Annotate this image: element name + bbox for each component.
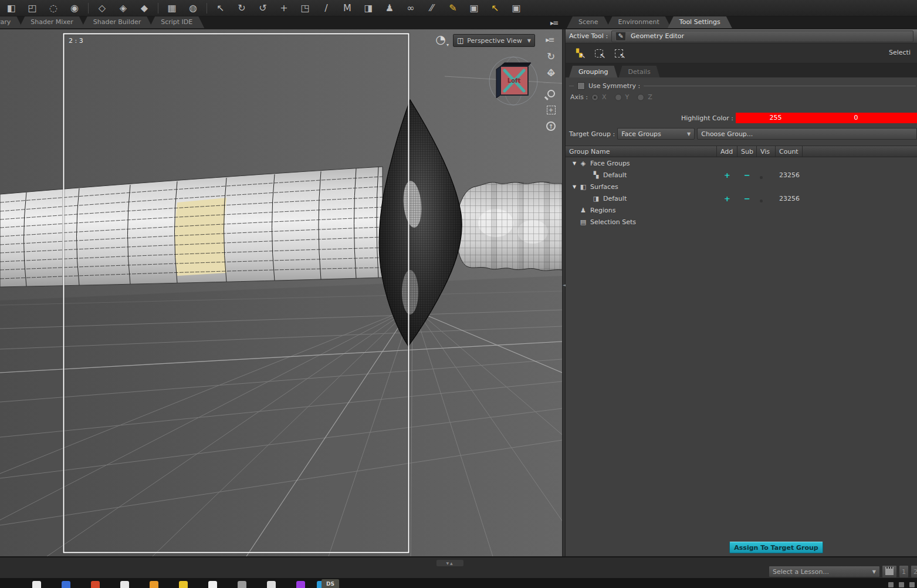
taskbar-app-4[interactable]	[120, 581, 129, 588]
subtract-from-group-button[interactable]: −	[737, 171, 757, 180]
viewport-3d[interactable]: Loft 2 : 3 ◔▾ ◫ Perspective View ▼ ▸≡ ↻ …	[0, 29, 562, 556]
taskbar-app-6[interactable]	[179, 581, 188, 588]
taskbar-app-2[interactable]	[62, 581, 70, 588]
choose-group-button[interactable]: Choose Group...	[697, 128, 917, 140]
taskbar-app-10[interactable]	[296, 581, 305, 588]
cube-transform-icon[interactable]: ◰	[22, 1, 42, 15]
splitter-handle-icon[interactable]: ▼▲	[436, 560, 463, 566]
group-row-regions[interactable]: ▼♟Regions	[566, 204, 917, 216]
rotate-tool-icon[interactable]: ↻	[232, 1, 252, 15]
viewport-options-icon[interactable]: ▸≡	[542, 33, 557, 46]
twist-tool-icon[interactable]: ↺	[253, 1, 273, 15]
target-group-row: Target Group : Face Groups ▼ Choose Grou…	[566, 128, 917, 140]
group-row-face-groups[interactable]: ▼◈Face Groups	[566, 157, 917, 169]
camera-cycle-icon[interactable]: ◔▾	[432, 32, 449, 48]
cube-solid-icon[interactable]: ◆	[134, 1, 154, 15]
axis-radio-z[interactable]	[637, 94, 644, 101]
taskbar-app-8[interactable]	[238, 581, 246, 588]
node-select-cursor-icon[interactable]: ↖	[211, 1, 231, 15]
tab-tool-settings[interactable]: Tool Settings	[668, 16, 732, 28]
highlight-color-bar[interactable]: 2550	[736, 113, 917, 123]
group-table: Group Name Add Sub Vis Count ▼◈Face Grou…	[566, 146, 917, 228]
reset-view-icon[interactable]: ↑	[544, 120, 558, 133]
assign-to-target-group-button[interactable]: Assign To Target Group	[729, 542, 823, 553]
viewport-layout-icon[interactable]: ▦	[162, 1, 182, 15]
tray-icon[interactable]	[899, 582, 904, 587]
tab-shader-builder[interactable]: Shader Builder	[82, 16, 153, 28]
subtract-from-group-button[interactable]: −	[737, 194, 757, 203]
taskbar-app-9[interactable]	[267, 581, 276, 588]
taskbar-app-1[interactable]	[32, 581, 41, 588]
geometry-editor-tool-icon[interactable]: ✎	[443, 1, 463, 15]
translate-tool-icon[interactable]: +	[274, 1, 294, 15]
axis-radio-y[interactable]	[615, 94, 622, 101]
create-node-icon[interactable]: ◧	[1, 1, 21, 15]
frame-view-icon[interactable]: +	[544, 103, 558, 116]
lesson-clapperboard-button[interactable]	[882, 565, 897, 578]
figure-tool-icon[interactable]: ♟	[380, 1, 400, 15]
highlight-color-label: Highlight Color :	[566, 114, 736, 122]
add-to-group-button[interactable]: +	[717, 194, 737, 203]
add-to-group-button[interactable]: +	[717, 171, 737, 180]
subtab-details[interactable]: Details	[619, 66, 660, 77]
sword-grip[interactable]	[455, 181, 562, 271]
pan-tool-icon[interactable]: ↔↕	[544, 66, 558, 79]
sphere-grid-icon[interactable]: ◍	[183, 1, 203, 15]
tab-ibrary[interactable]: ibrary	[0, 16, 22, 28]
brush-tool-icon[interactable]: ⁄⁄	[422, 1, 442, 15]
daz-studio-window: ◧◰◌◉◇◈◆▦◍↖↻↺+◳/M◨♟∞⁄⁄✎▣↖▣ ibraryShader M…	[0, 0, 917, 588]
drag-selection-mode-button[interactable]: ▚↖	[571, 46, 587, 60]
axis-option-label: Z	[648, 93, 652, 101]
lasso-selection-mode-button[interactable]: □↖	[611, 46, 627, 60]
cube-wire-icon[interactable]: ◇	[92, 1, 112, 15]
tab-scene[interactable]: Scene	[567, 16, 610, 28]
camera-icon[interactable]: ▣	[464, 1, 484, 15]
marquee-selection-mode-button[interactable]: ○↖	[591, 46, 607, 60]
joint-editor-icon[interactable]: ∞	[401, 1, 421, 15]
group-row-default[interactable]: ▼◨Default+−23256	[566, 192, 917, 204]
taskbar-app-5[interactable]	[150, 581, 158, 588]
tab-script-ide[interactable]: Script IDE	[149, 16, 204, 28]
taskbar-active-app[interactable]: DS	[322, 579, 339, 588]
group-row-surfaces[interactable]: ▼◧Surfaces	[566, 181, 917, 192]
taskbar-app-7[interactable]	[208, 581, 217, 588]
record-icon[interactable]: ◉	[65, 1, 84, 15]
bone-tool-icon[interactable]: /	[316, 1, 336, 15]
expand-triangle-icon[interactable]: ▼	[570, 161, 578, 166]
view-selector-dropdown[interactable]: ◫ Perspective View ▼	[453, 34, 535, 47]
taskbar-app-3[interactable]	[91, 581, 100, 588]
group-row-selection-sets[interactable]: ▼▤Selection Sets	[566, 216, 917, 228]
pane-options-icon[interactable]: ▸≡	[547, 17, 561, 29]
tray-icon[interactable]	[888, 582, 894, 587]
select-lesson-dropdown[interactable]: Select a Lesson... ▼	[769, 566, 880, 577]
tab-environment[interactable]: Environment	[607, 16, 671, 28]
render-camera-icon[interactable]: ▣	[506, 1, 526, 15]
grouping-subtabs: GroupingDetails	[566, 63, 917, 77]
col-sub: Sub	[737, 146, 757, 157]
highlight-channel-value: 255	[770, 114, 782, 121]
tray-icon[interactable]	[909, 582, 915, 587]
group-row-default[interactable]: ▼▚Default+−23256	[566, 169, 917, 181]
axis-radio-x[interactable]	[591, 94, 598, 101]
group-count: 23256	[776, 171, 803, 179]
pointer-settings-icon[interactable]: ↖	[485, 1, 505, 15]
lesson-page-button-2[interactable]: 2	[911, 565, 917, 578]
tab-shader-mixer[interactable]: Shader Mixer	[19, 16, 84, 28]
expand-triangle-icon[interactable]: ▼	[570, 184, 578, 190]
toolbar-separator	[158, 3, 158, 13]
viewport-scene: Loft 2 : 3	[0, 29, 562, 556]
axis-option-label: Y	[625, 93, 630, 101]
measure-tool-icon[interactable]: M	[337, 1, 357, 15]
orbit-tool-icon[interactable]: ↻	[544, 50, 558, 63]
selection-sphere-icon[interactable]: ◌	[43, 1, 63, 15]
surface-select-tool-icon[interactable]: ◨	[358, 1, 378, 15]
active-tool-selector[interactable]: ✎ Geometry Editor	[611, 31, 913, 42]
use-symmetry-checkbox[interactable]	[577, 82, 585, 90]
subtab-grouping[interactable]: Grouping	[569, 66, 618, 77]
cube-add-icon[interactable]: ◈	[113, 1, 133, 15]
target-group-dropdown[interactable]: Face Groups ▼	[617, 128, 695, 140]
window-icon: ◫	[457, 36, 463, 45]
scale-tool-icon[interactable]: ◳	[295, 1, 315, 15]
lesson-page-button-1[interactable]: 1	[899, 565, 909, 578]
zoom-tool-icon[interactable]	[544, 87, 558, 100]
